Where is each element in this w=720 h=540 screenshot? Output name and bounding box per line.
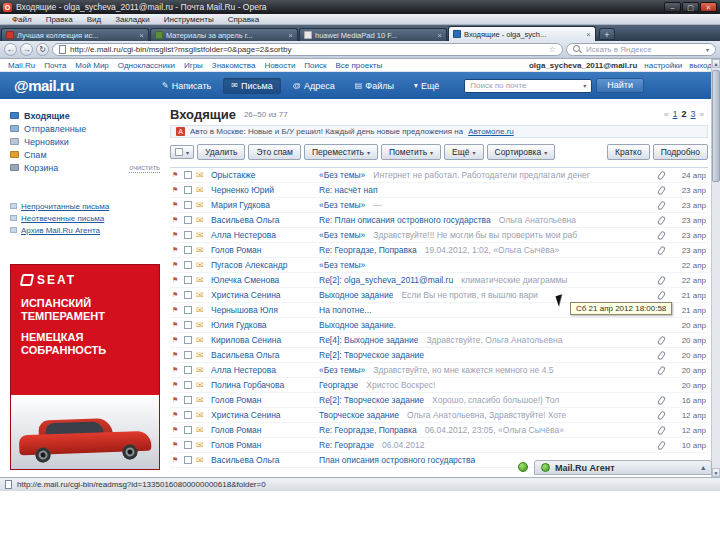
folder-clear-link[interactable]: очистить bbox=[129, 163, 160, 173]
email-sender[interactable]: Юлечка Сменова bbox=[211, 275, 315, 285]
view-mode-button[interactable]: Подробно bbox=[653, 144, 708, 160]
menu-item[interactable]: Закладки bbox=[109, 15, 156, 24]
email-sender[interactable]: Христина Сенина bbox=[211, 290, 315, 300]
email-row[interactable]: ⚑ ✉ Голов Роман Re: Георгадзе, Поправка … bbox=[170, 423, 708, 438]
sidebar-link[interactable]: Непрочитанные письма bbox=[21, 202, 109, 211]
email-sender[interactable]: Васильева Ольга bbox=[211, 350, 315, 360]
email-row[interactable]: ⚑ ✉ Пугасов Александр «Без темы» 22 апр bbox=[170, 258, 708, 273]
menu-item[interactable]: Правка bbox=[40, 15, 79, 24]
email-sender[interactable]: Алла Нестерова bbox=[211, 230, 315, 240]
email-checkbox[interactable] bbox=[184, 321, 192, 329]
email-checkbox[interactable] bbox=[184, 426, 192, 434]
browser-search-field[interactable]: Искать в Яндексе ▾ bbox=[566, 43, 716, 56]
flag-icon[interactable]: ⚑ bbox=[172, 336, 180, 344]
email-sender[interactable]: Чернышова Юля bbox=[211, 305, 315, 315]
email-sender[interactable]: Васильева Ольга bbox=[211, 455, 315, 465]
email-checkbox[interactable] bbox=[184, 351, 192, 359]
mailru-logo[interactable]: @mail.ru bbox=[14, 77, 154, 94]
email-row[interactable]: ⚑ ✉ Мария Гудкова «Без темы» — 23 апр bbox=[170, 198, 708, 213]
email-subject[interactable]: План описания островного государства bbox=[319, 455, 475, 465]
header-nav-button[interactable]: ✎ Написать bbox=[154, 78, 219, 94]
header-nav-button[interactable]: ▾ Ещё bbox=[406, 78, 447, 94]
select-all-dropdown-icon[interactable]: ▾ bbox=[186, 149, 189, 156]
email-checkbox[interactable] bbox=[184, 306, 192, 314]
topnav-link[interactable]: Знакомства bbox=[212, 61, 256, 70]
new-tab-button[interactable]: + bbox=[599, 28, 615, 40]
flag-icon[interactable]: ⚑ bbox=[172, 321, 180, 329]
flag-icon[interactable]: ⚑ bbox=[172, 351, 180, 359]
topnav-link[interactable]: Одноклассники bbox=[118, 61, 175, 70]
next-page-icon[interactable]: » bbox=[700, 110, 704, 119]
scrollbar-thumb[interactable] bbox=[712, 70, 720, 182]
folder-item[interactable]: Спам bbox=[10, 148, 160, 161]
email-row[interactable]: ⚑ ✉ Васильева Ольга Re: План описания ос… bbox=[170, 213, 708, 228]
notice-link[interactable]: Автомоле.ru bbox=[468, 127, 514, 136]
email-subject[interactable]: Георгадзе bbox=[319, 380, 358, 390]
browser-tab[interactable]: Материалы за апрель г... × bbox=[150, 28, 298, 41]
email-subject[interactable]: Re: Георгадзе bbox=[319, 440, 374, 450]
prev-page-icon[interactable]: « bbox=[664, 110, 668, 119]
topnav-link[interactable]: Все проекты bbox=[336, 61, 383, 70]
flag-icon[interactable]: ⚑ bbox=[172, 441, 180, 449]
email-row[interactable]: ⚑ ✉ Христина Сенина Выходное задание Есл… bbox=[170, 288, 708, 303]
email-checkbox[interactable] bbox=[184, 171, 192, 179]
email-row[interactable]: ⚑ ✉ Голов Роман Re: Георгадзе, Поправка … bbox=[170, 243, 708, 258]
email-row[interactable]: ⚑ ✉ Юлечка Сменова Re[2]: olga_sycheva_2… bbox=[170, 273, 708, 288]
menu-item[interactable]: Справка bbox=[222, 15, 265, 24]
flag-icon[interactable]: ⚑ bbox=[172, 246, 180, 254]
email-sender[interactable]: Голов Роман bbox=[211, 395, 315, 405]
email-subject[interactable]: Выходное задание. bbox=[319, 320, 396, 330]
flag-icon[interactable]: ⚑ bbox=[172, 186, 180, 194]
email-row[interactable]: ⚑ ✉ Христина Сенина Творческое задание О… bbox=[170, 408, 708, 423]
sidebar-link[interactable]: Архив Mail.Ru Агента bbox=[21, 226, 100, 235]
email-sender[interactable]: Черненко Юрий bbox=[211, 185, 315, 195]
mail-search-dropdown-icon[interactable]: ▾ bbox=[583, 82, 586, 89]
view-mode-button[interactable]: Кратко bbox=[607, 144, 650, 160]
flag-icon[interactable]: ⚑ bbox=[172, 201, 180, 209]
email-row[interactable]: ⚑ ✉ Юлия Гудкова Выходное задание. 20 ап… bbox=[170, 318, 708, 333]
email-checkbox[interactable] bbox=[184, 366, 192, 374]
email-checkbox[interactable] bbox=[184, 201, 192, 209]
email-subject[interactable]: Re[2]: olga_sycheva_2011@mail.ru bbox=[319, 275, 453, 285]
topnav-link[interactable]: Mail.Ru bbox=[8, 61, 35, 70]
email-checkbox[interactable] bbox=[184, 261, 192, 269]
mail-search-input[interactable]: Поиск по почте ▾ bbox=[464, 79, 592, 93]
toolbar-button[interactable]: Переместить ▾ bbox=[304, 144, 378, 160]
email-row[interactable]: ⚑ ✉ Голов Роман Re[2]: Творческое задани… bbox=[170, 393, 708, 408]
mailru-agent-bar[interactable]: Mail.Ru Агент ▴ bbox=[534, 460, 712, 475]
toolbar-button[interactable]: Сортировка ▾ bbox=[487, 144, 556, 160]
flag-icon[interactable]: ⚑ bbox=[172, 261, 180, 269]
email-row[interactable]: ⚑ ✉ Алла Нестерова «Без темы» Здравствуй… bbox=[170, 228, 708, 243]
sidebar-link[interactable]: Неотвеченные письма bbox=[21, 214, 104, 223]
flag-icon[interactable]: ⚑ bbox=[172, 366, 180, 374]
menu-item[interactable]: Инструменты bbox=[158, 15, 220, 24]
email-sender[interactable]: Васильева Ольга bbox=[211, 215, 315, 225]
topnav-link[interactable]: Новости bbox=[264, 61, 295, 70]
email-subject[interactable]: «Без темы» bbox=[319, 200, 365, 210]
flag-icon[interactable]: ⚑ bbox=[172, 306, 180, 314]
email-subject[interactable]: На полотне... bbox=[319, 305, 371, 315]
logout-link[interactable]: выход bbox=[689, 61, 712, 70]
flag-icon[interactable]: ⚑ bbox=[172, 456, 180, 464]
select-all-checkbox[interactable] bbox=[175, 148, 183, 156]
menu-item[interactable]: Файл bbox=[6, 15, 38, 24]
email-subject[interactable]: Re: Георгадзе, Поправка bbox=[319, 425, 417, 435]
email-sender[interactable]: Голов Роман bbox=[211, 245, 315, 255]
flag-icon[interactable]: ⚑ bbox=[172, 171, 180, 179]
email-sender[interactable]: Орыстакже bbox=[211, 170, 315, 180]
close-button[interactable]: ✕ bbox=[700, 2, 717, 12]
email-checkbox[interactable] bbox=[184, 231, 192, 239]
topnav-link[interactable]: Мой Мир bbox=[75, 61, 108, 70]
flag-icon[interactable]: ⚑ bbox=[172, 276, 180, 284]
email-subject[interactable]: Творческое задание bbox=[319, 410, 399, 420]
header-nav-button[interactable]: ✉ Письма bbox=[223, 78, 281, 94]
email-sender[interactable]: Юлия Гудкова bbox=[211, 320, 315, 330]
email-checkbox[interactable] bbox=[184, 276, 192, 284]
email-row[interactable]: ⚑ ✉ Орыстакже «Без темы» Интернет не раб… bbox=[170, 168, 708, 183]
email-sender[interactable]: Алла Нестерова bbox=[211, 365, 315, 375]
header-nav-button[interactable]: @ Адреса bbox=[285, 78, 343, 94]
email-sender[interactable]: Голов Роман bbox=[211, 440, 315, 450]
email-sender[interactable]: Мария Гудкова bbox=[211, 200, 315, 210]
tab-close-icon[interactable]: × bbox=[437, 31, 442, 40]
bookmark-star-icon[interactable]: ☆ bbox=[549, 45, 556, 54]
